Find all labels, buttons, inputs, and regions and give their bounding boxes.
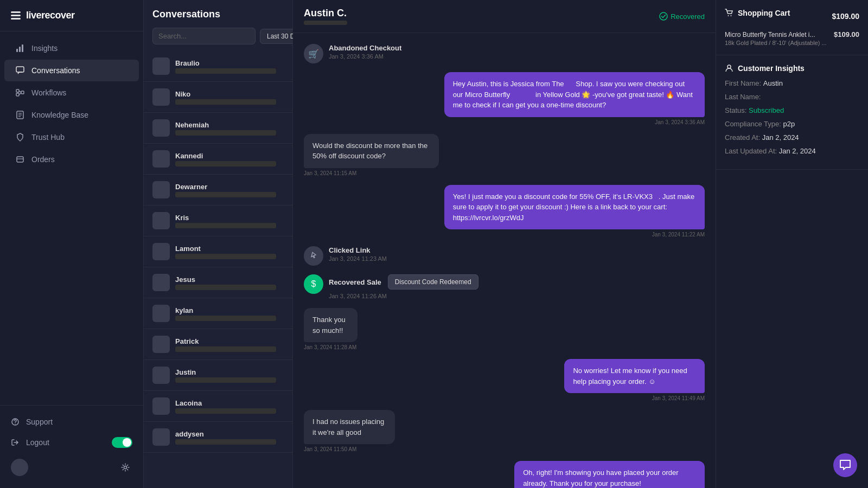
event-title: Recovered Sale [329, 278, 381, 286]
list-item[interactable]: Justin [144, 360, 292, 391]
message-bubble: No worries! Let me know if you need help… [564, 359, 705, 393]
sidebar-item-conversations[interactable]: Conversations [4, 60, 139, 81]
conversations-panel: Conversations Last 30 Days Braulio Niko [144, 0, 293, 488]
avatar [152, 119, 170, 137]
insight-updated: Last Updated At: Jan 2, 2024 [725, 147, 859, 155]
insight-firstname: First Name: Austin [725, 79, 859, 87]
event-time: Jan 3, 2024 11:26 AM [329, 293, 478, 299]
message-bubble: Hey Austin, this is Jessica from The Sho… [444, 72, 705, 117]
conv-name: Lacoina [175, 399, 276, 407]
avatar [152, 243, 170, 260]
message-agent-3: No worries! Let me know if you need help… [304, 359, 705, 401]
list-item[interactable]: Kris [144, 206, 292, 236]
list-item[interactable]: Dewarner [144, 175, 292, 206]
avatar [152, 274, 170, 291]
sidebar-item-knowledge-base[interactable]: Knowledge Base [4, 104, 139, 126]
avatar [152, 88, 170, 106]
message-agent-1: Hey Austin, this is Jessica from The Sho… [304, 72, 705, 125]
conv-preview [175, 254, 276, 259]
list-item[interactable]: kylan [144, 298, 292, 329]
conv-info: kylan [175, 306, 276, 321]
conv-preview [175, 408, 276, 414]
conv-preview [175, 346, 276, 352]
sidebar-item-orders[interactable]: Orders [4, 149, 139, 170]
chat-header-info: Austin C. [304, 8, 347, 25]
conv-info: Lacoina [175, 399, 276, 414]
cart-item-price: $109.00 [834, 30, 859, 38]
insight-created: Created At: Jan 2, 2024 [725, 133, 859, 142]
conv-preview [175, 192, 276, 197]
event-time: Jan 3, 2024 11:23 AM [329, 255, 387, 262]
svg-point-23 [731, 15, 732, 16]
list-item[interactable]: Braulio [144, 51, 292, 82]
gear-button[interactable] [118, 460, 132, 474]
conv-name: Jesus [175, 275, 276, 284]
support-icon [11, 418, 20, 426]
recovered-label: Recovered [671, 12, 705, 21]
message-time: Jan 3, 2024 11:28 AM [304, 344, 356, 350]
conv-name: Braulio [175, 59, 276, 67]
list-item[interactable]: Lamont [144, 236, 292, 267]
list-item[interactable]: Patrick [144, 329, 292, 360]
message-time: Jan 3, 2024 11:15 AM [304, 170, 356, 176]
event-abandoned-checkout: 🛒 Abandoned Checkout Jan 3, 2024 3:36 AM [304, 44, 705, 63]
sidebar-item-workflows-label: Workflows [31, 88, 66, 97]
conv-preview [175, 377, 276, 383]
message-time: Jan 3, 2024 11:49 AM [652, 395, 705, 401]
list-item[interactable]: Kannedi [144, 144, 292, 175]
shopping-cart-title: Shopping Cart [725, 9, 790, 17]
chat-fab-button[interactable] [833, 453, 857, 477]
toggle-switch[interactable] [112, 437, 132, 448]
svg-rect-0 [16, 49, 18, 52]
conv-name: Patrick [175, 337, 276, 345]
support-item[interactable]: Support [4, 412, 139, 432]
conv-preview [175, 316, 276, 321]
sidebar-item-insights[interactable]: Insights [4, 37, 139, 59]
sidebar-item-trust-hub[interactable]: Trust Hub [4, 126, 139, 148]
message-time: Jan 3, 2024 11:50 AM [304, 446, 356, 452]
cart-item-sub: 18k Gold Plated / 8'-10' (Adjustable) ..… [725, 40, 828, 46]
svg-rect-2 [22, 44, 23, 52]
insight-created-value: Jan 2, 2024 [762, 133, 799, 142]
message-customer-3: I had no issues placing it we're all goo… [304, 410, 705, 452]
avatar [152, 212, 170, 229]
message-agent-4: Oh, right! I'm showing you have placed y… [304, 461, 705, 488]
insight-status: Status: Subscribed [725, 106, 859, 114]
sidebar-item-orders-label: Orders [31, 155, 55, 164]
list-item[interactable]: Lacoina [144, 391, 292, 422]
conversations-header: Conversations Last 30 Days [144, 0, 292, 51]
conv-info: Nehemiah [175, 121, 276, 136]
list-item[interactable]: addysen [144, 422, 292, 453]
conv-name: Kannedi [175, 152, 276, 160]
list-item[interactable]: Nehemiah [144, 113, 292, 144]
conv-info: Justin [175, 368, 276, 383]
event-title: Clicked Link [329, 246, 387, 254]
message-customer-2: Thank you so much!! Jan 3, 2024 11:28 AM [304, 308, 705, 350]
toggle-wrap [112, 437, 132, 448]
logout-item[interactable]: Logout [4, 432, 139, 453]
message-bubble: Thank you so much!! [304, 308, 358, 342]
list-item[interactable]: Jesus [144, 267, 292, 298]
knowledge-icon [15, 110, 25, 120]
sidebar-item-insights-label: Insights [31, 44, 58, 53]
customer-insights-section: Customer Insights First Name: Austin Las… [716, 55, 868, 170]
avatar [11, 459, 28, 476]
conv-preview [175, 439, 276, 445]
svg-rect-3 [16, 67, 24, 72]
conv-name: Niko [175, 90, 276, 98]
svg-rect-4 [16, 89, 19, 92]
conv-preview [175, 99, 276, 105]
search-input[interactable] [152, 28, 256, 44]
conv-info: Patrick [175, 337, 276, 352]
svg-point-16 [15, 423, 16, 425]
sidebar-item-workflows[interactable]: Workflows [4, 82, 139, 104]
conv-filters: Last 30 Days [152, 28, 284, 44]
svg-rect-1 [19, 47, 21, 52]
message-bubble: Oh, right! I'm showing you have placed y… [514, 461, 705, 488]
avatar [152, 367, 170, 384]
logo-icon [11, 11, 21, 20]
list-item[interactable]: Niko [144, 82, 292, 113]
chat-header: Austin C. Recovered [293, 0, 716, 33]
avatar [152, 150, 170, 168]
conversations-icon [15, 66, 25, 75]
